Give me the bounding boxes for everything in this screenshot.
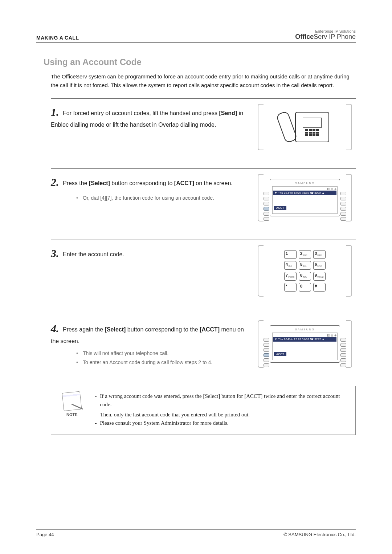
key-2: 2ABC	[299, 250, 311, 259]
step-1-text: 1. For forced entry of account codes, li…	[51, 104, 245, 150]
step-2-bullet-1: Or, dial [4][7], the function code for u…	[76, 194, 245, 202]
key-3-sub: DEF	[317, 254, 322, 256]
step-4-text: 4. Press again the [Select] button corre…	[51, 320, 245, 368]
note-line-2: Please consult your System Administrator…	[95, 419, 347, 427]
device-screen: SAMSUNG ◧ ▤ ◈ ▼ Thu 20-Feb 12:28 01/02 ☎…	[270, 179, 340, 216]
key-star-label: *	[286, 284, 287, 288]
key-7-label: 7	[286, 273, 288, 277]
note-body: If a wrong account code was entered, pre…	[95, 392, 347, 429]
note-line-1b: Then, only the last account code that yo…	[95, 411, 347, 419]
handset-icon	[276, 111, 298, 144]
soft-button	[340, 197, 346, 200]
lcd-acct-label: ACCT	[274, 206, 286, 210]
key-5-sub: JKL	[303, 265, 306, 267]
soft-button	[340, 207, 346, 211]
key-6-label: 6	[315, 262, 317, 266]
key-0: 0	[299, 283, 311, 292]
device-screen: SAMSUNG ◧ ▤ ◈ ▼ Thu 20-Feb 12:28 01/02 ☎…	[270, 325, 340, 363]
key-4-label: 4	[286, 262, 288, 266]
soft-button	[340, 212, 346, 216]
key-5-label: 5	[300, 262, 302, 266]
lcd-acct-label: ACCT	[274, 352, 286, 356]
soft-button	[264, 338, 269, 342]
keypad-illustration-frame: 1 2ABC 3DEF 4GHI 5JKL 6MNO 7PQRS 8TUV 9W…	[258, 245, 352, 297]
page-footer: Page 44 © SAMSUNG Electronics Co., Ltd.	[36, 529, 356, 537]
status-icons: ◧ ▤ ◈	[273, 187, 336, 191]
page: MAKING A CALL Enterprise IP Solutions Of…	[0, 0, 392, 554]
soft-button	[340, 338, 346, 342]
lcd-status-bar: ▼ Thu 20-Feb 12:28 01/02 ☎ 3222 ▲	[273, 191, 336, 195]
soft-button	[264, 217, 269, 221]
soft-button	[264, 363, 269, 367]
step-3-body: Enter the account code.	[63, 251, 124, 257]
chapter-label: MAKING A CALL	[36, 35, 79, 41]
soft-buttons-right	[340, 192, 346, 221]
step-4-bold1: [Select]	[105, 326, 126, 333]
step-2-bold1: [Select]	[89, 180, 110, 186]
key-8-label: 8	[300, 273, 302, 277]
soft-button	[264, 343, 269, 347]
step-4-illustration: SAMSUNG ◧ ▤ ◈ ▼ Thu 20-Feb 12:28 01/02 ☎…	[254, 320, 356, 368]
key-6-sub: MNO	[317, 265, 322, 267]
phone-keypad-icon	[305, 129, 319, 136]
step-1-pre: For forced entry of account codes, lift …	[63, 110, 219, 116]
key-4-sub: GHI	[288, 265, 292, 267]
key-1: 1	[284, 250, 297, 259]
key-9: 9WXYZ	[313, 272, 326, 281]
step-1-num: 1.	[51, 106, 59, 118]
step-1-illustration	[254, 104, 356, 150]
soft-button	[340, 192, 346, 195]
key-2-sub: ABC	[303, 254, 307, 256]
phone-icon	[276, 109, 334, 145]
soft-button	[340, 353, 346, 357]
section-intro: The OfficeServ system can be programmed …	[51, 72, 356, 90]
step-4-pre: Press again the	[63, 326, 105, 333]
brand-suffix: IP Phone	[327, 33, 356, 40]
key-7-sub: PQRS	[288, 276, 294, 278]
soft-button	[340, 343, 346, 347]
lcd-status-bar: ▼ Thu 20-Feb 12:28 01/02 ☎ 3222 ▲	[273, 337, 336, 342]
step-2-num: 2.	[51, 176, 59, 188]
step-4-bold2: [ACCT]	[200, 326, 220, 333]
key-9-label: 9	[315, 273, 317, 277]
status-icons: ◧ ▤ ◈	[273, 334, 336, 337]
note-box: NOTE If a wrong account code was entered…	[51, 386, 356, 435]
key-0-label: 0	[300, 284, 302, 288]
key-5: 5JKL	[299, 261, 311, 270]
step-2-mid: button corresponding to	[110, 180, 174, 186]
soft-button	[340, 202, 346, 205]
soft-button-highlight	[264, 353, 269, 357]
screen-illustration-frame: SAMSUNG ◧ ▤ ◈ ▼ Thu 20-Feb 12:28 01/02 ☎…	[258, 174, 352, 221]
step-4: 4. Press again the [Select] button corre…	[51, 315, 356, 368]
screen-brand: SAMSUNG	[272, 182, 338, 185]
step-4-num: 4.	[51, 322, 59, 334]
step-2-illustration: SAMSUNG ◧ ▤ ◈ ▼ Thu 20-Feb 12:28 01/02 ☎…	[254, 174, 356, 221]
soft-button	[340, 363, 346, 367]
soft-button	[340, 358, 346, 362]
phone-base-icon	[295, 112, 329, 142]
key-8: 8TUV	[299, 272, 311, 281]
soft-button	[264, 348, 269, 352]
soft-buttons-left	[264, 192, 269, 221]
key-hash-label: #	[315, 284, 317, 288]
step-4-mid: button corresponding to the	[126, 326, 200, 333]
soft-button	[340, 348, 346, 352]
key-4: 4GHI	[284, 261, 297, 270]
key-3: 3DEF	[313, 250, 326, 259]
screen-illustration-frame: SAMSUNG ◧ ▤ ◈ ▼ Thu 20-Feb 12:28 01/02 ☎…	[258, 320, 352, 368]
soft-button	[264, 202, 269, 205]
soft-button	[264, 212, 269, 216]
note-line-1: If a wrong account code was entered, pre…	[95, 392, 347, 409]
copyright: © SAMSUNG Electronics Co., Ltd.	[283, 532, 356, 537]
page-header: MAKING A CALL Enterprise IP Solutions Of…	[36, 29, 356, 42]
step-1-bold: [Send]	[219, 110, 237, 116]
key-8-sub: TUV	[303, 276, 307, 278]
step-4-bullets: This will not affect your telephone call…	[76, 350, 245, 366]
soft-button	[340, 217, 346, 221]
soft-buttons-left	[264, 338, 269, 367]
screen-brand: SAMSUNG	[272, 328, 338, 331]
brand-bold: Office	[295, 33, 314, 40]
key-7: 7PQRS	[284, 272, 297, 281]
section-title: Using an Account Code	[44, 57, 356, 67]
brand-rest: Serv	[314, 33, 327, 40]
